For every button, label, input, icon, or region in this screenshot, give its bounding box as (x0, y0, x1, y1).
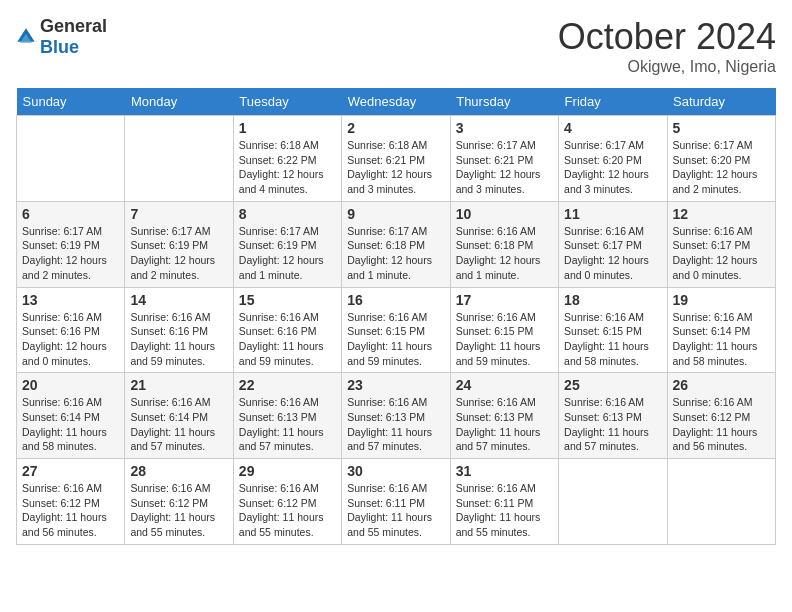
day-info: Sunrise: 6:16 AM Sunset: 6:14 PM Dayligh… (130, 395, 227, 454)
day-cell: 14Sunrise: 6:16 AM Sunset: 6:16 PM Dayli… (125, 287, 233, 373)
day-info: Sunrise: 6:16 AM Sunset: 6:13 PM Dayligh… (456, 395, 553, 454)
day-cell: 30Sunrise: 6:16 AM Sunset: 6:11 PM Dayli… (342, 459, 450, 545)
day-cell: 11Sunrise: 6:16 AM Sunset: 6:17 PM Dayli… (559, 201, 667, 287)
day-number: 24 (456, 377, 553, 393)
day-cell: 20Sunrise: 6:16 AM Sunset: 6:14 PM Dayli… (17, 373, 125, 459)
day-number: 13 (22, 292, 119, 308)
day-info: Sunrise: 6:16 AM Sunset: 6:16 PM Dayligh… (130, 310, 227, 369)
logo-icon (16, 27, 36, 47)
day-number: 21 (130, 377, 227, 393)
day-number: 23 (347, 377, 444, 393)
day-number: 30 (347, 463, 444, 479)
day-cell: 7Sunrise: 6:17 AM Sunset: 6:19 PM Daylig… (125, 201, 233, 287)
day-info: Sunrise: 6:16 AM Sunset: 6:17 PM Dayligh… (564, 224, 661, 283)
day-number: 14 (130, 292, 227, 308)
day-cell: 28Sunrise: 6:16 AM Sunset: 6:12 PM Dayli… (125, 459, 233, 545)
day-cell: 1Sunrise: 6:18 AM Sunset: 6:22 PM Daylig… (233, 116, 341, 202)
header-row: SundayMondayTuesdayWednesdayThursdayFrid… (17, 88, 776, 116)
day-cell: 24Sunrise: 6:16 AM Sunset: 6:13 PM Dayli… (450, 373, 558, 459)
month-title: October 2024 (558, 16, 776, 58)
day-info: Sunrise: 6:16 AM Sunset: 6:15 PM Dayligh… (347, 310, 444, 369)
day-cell (559, 459, 667, 545)
col-header-monday: Monday (125, 88, 233, 116)
day-number: 29 (239, 463, 336, 479)
day-cell: 25Sunrise: 6:16 AM Sunset: 6:13 PM Dayli… (559, 373, 667, 459)
day-number: 7 (130, 206, 227, 222)
day-cell (667, 459, 775, 545)
calendar-table: SundayMondayTuesdayWednesdayThursdayFrid… (16, 88, 776, 545)
day-info: Sunrise: 6:16 AM Sunset: 6:16 PM Dayligh… (22, 310, 119, 369)
day-info: Sunrise: 6:16 AM Sunset: 6:13 PM Dayligh… (564, 395, 661, 454)
col-header-friday: Friday (559, 88, 667, 116)
day-cell: 3Sunrise: 6:17 AM Sunset: 6:21 PM Daylig… (450, 116, 558, 202)
day-cell: 23Sunrise: 6:16 AM Sunset: 6:13 PM Dayli… (342, 373, 450, 459)
week-row-5: 27Sunrise: 6:16 AM Sunset: 6:12 PM Dayli… (17, 459, 776, 545)
day-cell: 27Sunrise: 6:16 AM Sunset: 6:12 PM Dayli… (17, 459, 125, 545)
day-number: 20 (22, 377, 119, 393)
logo-text: General Blue (40, 16, 107, 58)
day-number: 12 (673, 206, 770, 222)
day-number: 8 (239, 206, 336, 222)
day-info: Sunrise: 6:16 AM Sunset: 6:12 PM Dayligh… (673, 395, 770, 454)
page-header: General Blue October 2024 Okigwe, Imo, N… (16, 16, 776, 76)
day-cell: 29Sunrise: 6:16 AM Sunset: 6:12 PM Dayli… (233, 459, 341, 545)
day-cell: 2Sunrise: 6:18 AM Sunset: 6:21 PM Daylig… (342, 116, 450, 202)
day-number: 10 (456, 206, 553, 222)
day-number: 15 (239, 292, 336, 308)
day-info: Sunrise: 6:17 AM Sunset: 6:20 PM Dayligh… (564, 138, 661, 197)
day-info: Sunrise: 6:16 AM Sunset: 6:18 PM Dayligh… (456, 224, 553, 283)
day-info: Sunrise: 6:16 AM Sunset: 6:11 PM Dayligh… (456, 481, 553, 540)
day-info: Sunrise: 6:16 AM Sunset: 6:12 PM Dayligh… (130, 481, 227, 540)
logo: General Blue (16, 16, 107, 58)
day-number: 25 (564, 377, 661, 393)
day-number: 19 (673, 292, 770, 308)
day-info: Sunrise: 6:17 AM Sunset: 6:19 PM Dayligh… (22, 224, 119, 283)
day-number: 3 (456, 120, 553, 136)
day-cell: 15Sunrise: 6:16 AM Sunset: 6:16 PM Dayli… (233, 287, 341, 373)
day-info: Sunrise: 6:16 AM Sunset: 6:14 PM Dayligh… (673, 310, 770, 369)
day-info: Sunrise: 6:16 AM Sunset: 6:14 PM Dayligh… (22, 395, 119, 454)
week-row-1: 1Sunrise: 6:18 AM Sunset: 6:22 PM Daylig… (17, 116, 776, 202)
day-info: Sunrise: 6:16 AM Sunset: 6:13 PM Dayligh… (347, 395, 444, 454)
logo-blue: Blue (40, 37, 79, 57)
day-cell: 18Sunrise: 6:16 AM Sunset: 6:15 PM Dayli… (559, 287, 667, 373)
day-cell: 13Sunrise: 6:16 AM Sunset: 6:16 PM Dayli… (17, 287, 125, 373)
day-info: Sunrise: 6:16 AM Sunset: 6:16 PM Dayligh… (239, 310, 336, 369)
day-number: 28 (130, 463, 227, 479)
day-cell: 6Sunrise: 6:17 AM Sunset: 6:19 PM Daylig… (17, 201, 125, 287)
day-number: 4 (564, 120, 661, 136)
day-info: Sunrise: 6:16 AM Sunset: 6:13 PM Dayligh… (239, 395, 336, 454)
col-header-wednesday: Wednesday (342, 88, 450, 116)
day-info: Sunrise: 6:16 AM Sunset: 6:11 PM Dayligh… (347, 481, 444, 540)
day-info: Sunrise: 6:17 AM Sunset: 6:19 PM Dayligh… (239, 224, 336, 283)
day-cell: 31Sunrise: 6:16 AM Sunset: 6:11 PM Dayli… (450, 459, 558, 545)
day-info: Sunrise: 6:18 AM Sunset: 6:22 PM Dayligh… (239, 138, 336, 197)
day-cell: 19Sunrise: 6:16 AM Sunset: 6:14 PM Dayli… (667, 287, 775, 373)
week-row-4: 20Sunrise: 6:16 AM Sunset: 6:14 PM Dayli… (17, 373, 776, 459)
day-info: Sunrise: 6:16 AM Sunset: 6:17 PM Dayligh… (673, 224, 770, 283)
week-row-2: 6Sunrise: 6:17 AM Sunset: 6:19 PM Daylig… (17, 201, 776, 287)
day-cell: 16Sunrise: 6:16 AM Sunset: 6:15 PM Dayli… (342, 287, 450, 373)
day-cell: 17Sunrise: 6:16 AM Sunset: 6:15 PM Dayli… (450, 287, 558, 373)
day-number: 9 (347, 206, 444, 222)
day-info: Sunrise: 6:17 AM Sunset: 6:18 PM Dayligh… (347, 224, 444, 283)
day-number: 27 (22, 463, 119, 479)
day-cell: 26Sunrise: 6:16 AM Sunset: 6:12 PM Dayli… (667, 373, 775, 459)
title-block: October 2024 Okigwe, Imo, Nigeria (558, 16, 776, 76)
day-cell: 10Sunrise: 6:16 AM Sunset: 6:18 PM Dayli… (450, 201, 558, 287)
day-info: Sunrise: 6:17 AM Sunset: 6:19 PM Dayligh… (130, 224, 227, 283)
day-number: 11 (564, 206, 661, 222)
col-header-thursday: Thursday (450, 88, 558, 116)
day-info: Sunrise: 6:18 AM Sunset: 6:21 PM Dayligh… (347, 138, 444, 197)
day-number: 6 (22, 206, 119, 222)
day-cell: 21Sunrise: 6:16 AM Sunset: 6:14 PM Dayli… (125, 373, 233, 459)
day-cell: 4Sunrise: 6:17 AM Sunset: 6:20 PM Daylig… (559, 116, 667, 202)
day-info: Sunrise: 6:16 AM Sunset: 6:12 PM Dayligh… (22, 481, 119, 540)
location-title: Okigwe, Imo, Nigeria (558, 58, 776, 76)
day-number: 17 (456, 292, 553, 308)
day-number: 1 (239, 120, 336, 136)
day-number: 22 (239, 377, 336, 393)
day-number: 16 (347, 292, 444, 308)
day-cell: 22Sunrise: 6:16 AM Sunset: 6:13 PM Dayli… (233, 373, 341, 459)
day-info: Sunrise: 6:17 AM Sunset: 6:20 PM Dayligh… (673, 138, 770, 197)
